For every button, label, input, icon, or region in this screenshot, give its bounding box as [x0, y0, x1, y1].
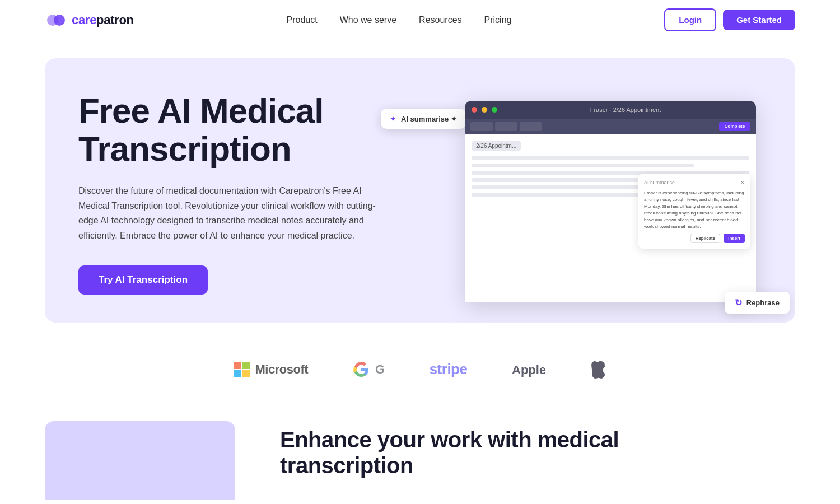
summary-close[interactable]: ✕: [740, 179, 745, 187]
expand-dot: [492, 107, 497, 113]
nav-pricing[interactable]: Pricing: [484, 15, 512, 25]
bottom-title-line2: transcription: [280, 453, 413, 478]
mock-toolbar: Complete: [465, 119, 756, 134]
ms-blue-cell: [234, 370, 241, 377]
mock-date-tag: 2/26 Appointm...: [472, 141, 521, 151]
apple-icon: [590, 361, 606, 379]
toolbar-item-2: [495, 122, 517, 131]
apple-logo: [590, 361, 606, 379]
microsoft-grid-icon: [234, 362, 250, 377]
hero-right: ✦ AI summarise ✦ Fraser · 2/26 Appointme…: [437, 58, 795, 323]
summary-text: Fraser is experiencing flu-like symptoms…: [644, 190, 745, 230]
insert-button[interactable]: Insert: [724, 234, 745, 243]
hero-left: Free AI Medical Transcription Discover t…: [45, 58, 437, 323]
apple-pay-logo: Apple Pay: [512, 362, 545, 377]
hero-title: Free AI Medical Transcription: [78, 92, 403, 168]
hero-description: Discover the future of medical documenta…: [78, 184, 392, 243]
svg-text:Apple Pay: Apple Pay: [512, 363, 545, 377]
ms-red-cell: [234, 362, 241, 369]
logo[interactable]: carepatron: [45, 9, 134, 31]
nav-product[interactable]: Product: [287, 15, 318, 25]
google-label: G: [375, 362, 385, 377]
ai-summarise-label: AI summarise ✦: [401, 115, 457, 123]
microsoft-label: Microsoft: [255, 362, 309, 377]
bottom-left-card: [45, 421, 235, 500]
logo-text: carepatron: [72, 13, 134, 27]
mock-window-title: Fraser · 2/26 Appointment: [502, 106, 749, 113]
navbar: carepatron Product Who we serve Resource…: [0, 0, 840, 40]
ms-green-cell: [242, 362, 250, 369]
rephrase-label: Rephrase: [746, 298, 780, 307]
nav-buttons: Login Get Started: [664, 8, 795, 31]
bottom-right-content: Enhance your work with medical transcrip…: [280, 421, 795, 478]
summary-label: AI summarise: [644, 179, 675, 187]
apple-pay-icon: Apple Pay: [512, 362, 545, 377]
try-ai-transcription-button[interactable]: Try AI Transcription: [78, 265, 208, 295]
stripe-logo: stripe: [430, 361, 468, 378]
google-logo: G: [353, 361, 385, 378]
mock-line-1: [472, 156, 749, 160]
toolbar-item-3: [520, 122, 542, 131]
hero-section: Free AI Medical Transcription Discover t…: [45, 58, 795, 323]
rephrase-button[interactable]: ↻ Rephrase: [725, 292, 790, 314]
mock-line-2: [472, 164, 694, 167]
nav-links: Product Who we serve Resources Pricing: [287, 15, 512, 25]
bottom-section: Enhance your work with medical transcrip…: [0, 399, 840, 500]
mock-content: 2/26 Appointm... AI summarise ✕ Fraser i…: [465, 134, 756, 302]
complete-button-mock: Complete: [719, 122, 750, 131]
ms-yellow-cell: [242, 370, 250, 377]
mock-line-4: [472, 178, 638, 182]
stripe-label: stripe: [430, 361, 468, 378]
replicate-button[interactable]: Replicate: [690, 234, 721, 243]
ai-summarise-bubble[interactable]: ✦ AI summarise ✦: [381, 109, 466, 129]
get-started-button[interactable]: Get Started: [723, 10, 795, 30]
nav-who-we-serve[interactable]: Who we serve: [340, 15, 396, 25]
microsoft-logo: Microsoft: [234, 362, 309, 377]
nav-resources[interactable]: Resources: [419, 15, 461, 25]
login-button[interactable]: Login: [664, 8, 716, 31]
summary-card: AI summarise ✕ Fraser is experiencing fl…: [638, 174, 750, 249]
mock-app-ui: Fraser · 2/26 Appointment Complete 2/26 …: [465, 101, 756, 302]
minimize-dot: [482, 107, 487, 113]
close-dot: [472, 107, 477, 113]
logos-section: Microsoft G stripe Apple Pay: [0, 340, 840, 399]
bottom-title: Enhance your work with medical transcrip…: [280, 427, 795, 478]
rephrase-icon: ↻: [735, 297, 742, 308]
mock-titlebar: Fraser · 2/26 Appointment: [465, 101, 756, 119]
google-g-icon: [353, 361, 370, 378]
summary-btn-row: Replicate Insert: [644, 234, 745, 243]
svg-point-1: [54, 15, 65, 26]
complete-label: Complete: [725, 124, 745, 129]
summary-card-header: AI summarise ✕: [644, 179, 745, 187]
toolbar-item-1: [470, 122, 493, 131]
carepatron-logo-icon: [45, 9, 67, 31]
mock-header-row: 2/26 Appointm...: [472, 141, 749, 151]
bottom-title-line1: Enhance your work with medical: [280, 427, 619, 452]
sparkle-icon: ✦: [390, 114, 396, 123]
